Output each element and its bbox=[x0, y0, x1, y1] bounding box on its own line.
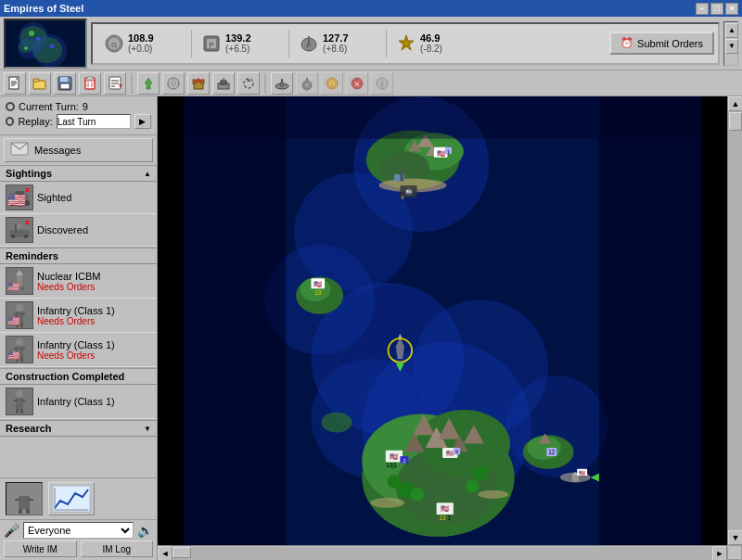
infantry1-status: Needs Orders bbox=[37, 316, 115, 326]
svg-marker-20 bbox=[399, 35, 414, 50]
sighted-flag: 🇺🇸 bbox=[7, 191, 26, 209]
current-turn-row: Current Turn: 9 bbox=[6, 101, 151, 112]
map-container: 🇺🇸 1 🚢 9 bbox=[158, 96, 742, 560]
svg-rect-77 bbox=[15, 223, 17, 233]
svg-text:🇺🇸: 🇺🇸 bbox=[313, 280, 323, 288]
chat-bar: 🎤 Everyone 🔊 Write IM IM Log bbox=[0, 519, 157, 560]
infantry2-label: Infantry (Class 1) bbox=[37, 339, 115, 350]
svg-text:🇺🇸: 🇺🇸 bbox=[390, 452, 399, 461]
svg-text:1: 1 bbox=[447, 149, 450, 155]
minimize-button[interactable]: − bbox=[696, 3, 709, 15]
production-value: 139.2 (+6.5) bbox=[225, 32, 251, 54]
svg-point-158 bbox=[466, 479, 480, 493]
research-collapse[interactable]: ▼ bbox=[144, 425, 151, 433]
gold-amount: 108.9 bbox=[128, 32, 154, 44]
gold-resource: G 108.9 (+0.0) bbox=[96, 31, 189, 56]
target-button[interactable] bbox=[162, 72, 185, 95]
info-button[interactable]: i bbox=[371, 72, 393, 95]
production-change: (+6.5) bbox=[225, 44, 251, 54]
svg-point-79 bbox=[11, 235, 15, 238]
svg-rect-27 bbox=[33, 79, 39, 82]
map-hscrollbar[interactable]: ◄ ► bbox=[158, 545, 727, 560]
maximize-button[interactable]: □ bbox=[710, 3, 723, 15]
minimap[interactable] bbox=[4, 19, 87, 69]
reminder-icbm[interactable]: 🇺🇸 Nuclear ICBM Needs Orders bbox=[0, 264, 157, 299]
svg-rect-100 bbox=[16, 409, 19, 414]
panel-scroll[interactable]: Sightings ▲ ✕ 🇺 bbox=[0, 165, 157, 477]
open-button[interactable] bbox=[29, 72, 51, 95]
svg-rect-103 bbox=[19, 496, 30, 509]
map-scroll-down[interactable]: ▼ bbox=[728, 530, 742, 545]
map-area[interactable]: 🇺🇸 1 🚢 9 bbox=[158, 96, 727, 545]
close-button[interactable]: × bbox=[725, 3, 738, 15]
messages-label: Messages bbox=[34, 145, 81, 156]
load-button[interactable]: ! bbox=[321, 72, 343, 95]
messages-button[interactable]: Messages bbox=[4, 138, 153, 162]
map-scroll-up[interactable]: ▲ bbox=[728, 96, 742, 111]
sightings-collapse[interactable]: ▲ bbox=[144, 170, 151, 178]
svg-rect-106 bbox=[19, 509, 22, 514]
food-icon: F bbox=[299, 33, 319, 54]
infantry1-flag: 🇺🇸 bbox=[7, 315, 20, 327]
nuke-button[interactable]: ✕ bbox=[346, 72, 368, 95]
settings-button[interactable] bbox=[104, 72, 126, 95]
map-hscroll-track[interactable] bbox=[173, 547, 712, 560]
toolbar: ! ✕ i bbox=[0, 70, 742, 96]
map-scroll-left[interactable]: ◄ bbox=[158, 546, 173, 561]
svg-point-157 bbox=[473, 465, 488, 480]
gold-change: (+0.0) bbox=[128, 44, 154, 54]
sep3 bbox=[386, 30, 387, 57]
map-hscroll-thumb[interactable] bbox=[173, 547, 191, 558]
map-vscroll-thumb[interactable] bbox=[729, 112, 742, 131]
scroll-up-arrow[interactable]: ▲ bbox=[725, 23, 738, 38]
im-log-button[interactable]: IM Log bbox=[81, 541, 154, 557]
submit-orders-button[interactable]: ⏰ Submit Orders bbox=[609, 32, 714, 55]
construction-header: Construction Completed bbox=[0, 368, 157, 385]
build-button[interactable] bbox=[212, 72, 235, 95]
svg-text:i: i bbox=[381, 80, 383, 89]
map-scroll-right[interactable]: ► bbox=[712, 546, 727, 561]
delete-button[interactable] bbox=[79, 72, 101, 95]
sighted-item[interactable]: ✕ 🇺🇸 Sighted bbox=[0, 182, 157, 214]
map-vscroll-track[interactable] bbox=[728, 111, 742, 530]
sighted-label: Sighted bbox=[37, 192, 71, 203]
replay-go-button[interactable]: ▶ bbox=[134, 114, 151, 129]
chat-recipient-dropdown[interactable]: Everyone bbox=[23, 522, 134, 539]
reminder-infantry2[interactable]: 🇺🇸 Infantry (Class 1) Needs Orders bbox=[0, 333, 157, 367]
save-button[interactable] bbox=[54, 72, 76, 95]
replay-input[interactable] bbox=[57, 114, 131, 129]
discovered-x: ✕ bbox=[24, 219, 31, 227]
patrol-button[interactable] bbox=[237, 72, 260, 95]
resource-scrollbar[interactable]: ▲ ▼ bbox=[723, 21, 738, 66]
svg-point-102 bbox=[19, 487, 29, 496]
svg-rect-107 bbox=[26, 509, 30, 514]
turn-info: Current Turn: 9 Replay: ▶ bbox=[0, 96, 157, 135]
replay-row: Replay: ▶ bbox=[6, 114, 151, 129]
chat-row1: 🎤 Everyone 🔊 bbox=[4, 522, 153, 539]
svg-rect-104 bbox=[15, 499, 20, 501]
new-button[interactable] bbox=[4, 72, 26, 95]
svg-rect-93 bbox=[21, 348, 25, 350]
food-resource: F 127.7 (+8.6) bbox=[291, 31, 384, 56]
svg-point-44 bbox=[173, 83, 174, 84]
svg-point-10 bbox=[50, 45, 54, 48]
scroll-down-arrow[interactable]: ▼ bbox=[725, 39, 738, 54]
discovered-item[interactable]: ✕ Discovered bbox=[0, 214, 157, 247]
map-vscrollbar[interactable]: ▲ ▼ bbox=[727, 96, 742, 545]
svg-point-7 bbox=[29, 31, 34, 36]
ship-button[interactable] bbox=[271, 72, 293, 95]
discovered-label: Discovered bbox=[37, 224, 88, 235]
fortify-button[interactable] bbox=[187, 72, 210, 95]
research-value: 46.9 (-8.2) bbox=[420, 32, 442, 54]
reminder-infantry1[interactable]: 🇺🇸 Infantry (Class 1) Needs Orders bbox=[0, 299, 157, 333]
icbm-info: Nuclear ICBM Needs Orders bbox=[37, 271, 100, 292]
production-resource: P 139.2 (+6.5) bbox=[194, 31, 287, 56]
turn-circle-icon bbox=[6, 102, 15, 111]
move-button[interactable] bbox=[137, 72, 160, 95]
research-bar bbox=[0, 477, 157, 519]
research-chart-button[interactable] bbox=[48, 482, 95, 515]
write-im-button[interactable]: Write IM bbox=[4, 541, 77, 557]
svg-rect-105 bbox=[28, 499, 33, 501]
bombard-button[interactable] bbox=[296, 72, 318, 95]
construction-infantry[interactable]: Infantry (Class 1) bbox=[0, 385, 157, 419]
